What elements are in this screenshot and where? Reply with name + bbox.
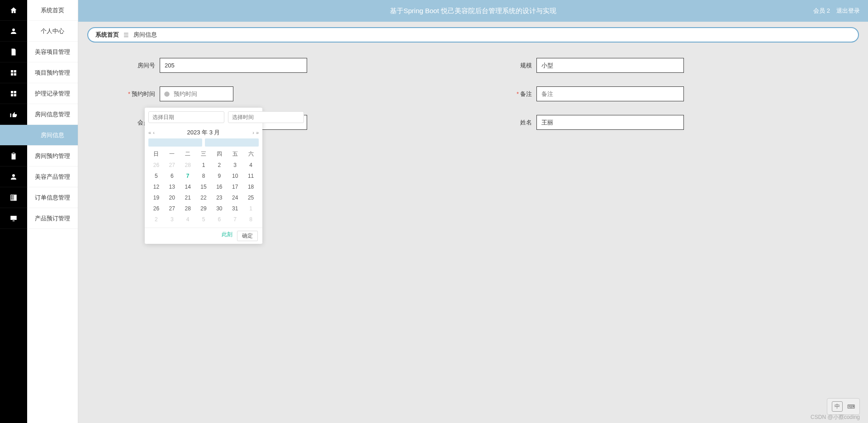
dp-weekday: 四 bbox=[211, 150, 227, 158]
input-scale[interactable] bbox=[536, 58, 684, 73]
rail-grid2-icon[interactable] bbox=[0, 83, 27, 104]
rail-home-icon[interactable] bbox=[0, 0, 27, 21]
dp-day[interactable]: 7 bbox=[227, 214, 243, 225]
nav-order-info[interactable]: 订单信息管理 bbox=[27, 187, 78, 208]
dp-day[interactable]: 15 bbox=[196, 181, 212, 192]
rail-user-icon[interactable] bbox=[0, 21, 27, 42]
dp-day[interactable]: 11 bbox=[243, 171, 259, 181]
dp-weekday: 五 bbox=[227, 150, 243, 158]
breadcrumb: 系统首页 ☰ 房间信息 bbox=[87, 27, 859, 43]
dp-day[interactable]: 6 bbox=[164, 171, 180, 181]
dp-days: 2627281234567891011121314151617181920212… bbox=[148, 160, 259, 225]
nav-project-reserve[interactable]: 项目预约管理 bbox=[27, 62, 78, 83]
dp-ok-button[interactable]: 确定 bbox=[237, 231, 258, 241]
dp-day[interactable]: 30 bbox=[211, 203, 227, 214]
dp-day[interactable]: 22 bbox=[196, 192, 212, 203]
dp-day[interactable]: 14 bbox=[180, 181, 196, 192]
dp-day[interactable]: 17 bbox=[227, 181, 243, 192]
dp-day[interactable]: 16 bbox=[211, 181, 227, 192]
label-room-no: 房间号 bbox=[105, 62, 160, 70]
nav-room-reserve[interactable]: 房间预约管理 bbox=[27, 146, 78, 166]
input-remark[interactable] bbox=[536, 86, 684, 101]
dp-hint-1 bbox=[148, 138, 202, 147]
rail-person-icon[interactable] bbox=[0, 166, 27, 187]
input-name[interactable] bbox=[536, 115, 684, 130]
dp-prev-month-icon[interactable]: ‹ bbox=[153, 130, 155, 135]
label-name: 姓名 bbox=[482, 119, 536, 127]
nav-room-info-mgmt[interactable]: 房间信息管理 bbox=[27, 104, 78, 125]
dp-now-button[interactable]: 此刻 bbox=[222, 231, 232, 241]
dp-day[interactable]: 19 bbox=[148, 192, 164, 203]
row-room-no: 房间号 bbox=[105, 58, 464, 73]
dp-day[interactable]: 28 bbox=[180, 203, 196, 214]
dp-day[interactable]: 26 bbox=[148, 203, 164, 214]
dp-day[interactable]: 13 bbox=[164, 181, 180, 192]
dp-day[interactable]: 25 bbox=[243, 192, 259, 203]
user-label[interactable]: 会员 2 bbox=[813, 7, 830, 15]
dp-day[interactable]: 7 bbox=[180, 171, 196, 181]
dp-day[interactable]: 24 bbox=[227, 192, 243, 203]
dp-day[interactable]: 27 bbox=[164, 203, 180, 214]
dp-day[interactable]: 1 bbox=[196, 160, 212, 171]
rail-clipboard-icon[interactable] bbox=[0, 146, 27, 166]
dp-day[interactable]: 8 bbox=[243, 214, 259, 225]
dp-title: 2023 年 3 月 bbox=[187, 128, 220, 137]
dp-day[interactable]: 6 bbox=[211, 214, 227, 225]
dp-day[interactable]: 5 bbox=[196, 214, 212, 225]
input-time[interactable] bbox=[160, 86, 233, 101]
label-time: *预约时间 bbox=[105, 90, 160, 98]
dp-prev-year-icon[interactable]: « bbox=[148, 130, 151, 135]
dp-day[interactable]: 3 bbox=[164, 214, 180, 225]
dp-day[interactable]: 28 bbox=[180, 160, 196, 171]
rail-grid-icon[interactable] bbox=[0, 62, 27, 83]
dp-day[interactable]: 23 bbox=[211, 192, 227, 203]
row-time: *预约时间 bbox=[105, 86, 464, 101]
dp-day[interactable]: 4 bbox=[180, 214, 196, 225]
logout-link[interactable]: 退出登录 bbox=[836, 7, 860, 15]
dp-day[interactable]: 20 bbox=[164, 192, 180, 203]
rail-monitor-icon[interactable] bbox=[0, 208, 27, 229]
nav-product-mgmt[interactable]: 美容产品管理 bbox=[27, 166, 78, 187]
dp-day[interactable]: 3 bbox=[227, 160, 243, 171]
nav-profile[interactable]: 个人中心 bbox=[27, 21, 78, 42]
ime-lang-icon[interactable]: 中 bbox=[832, 401, 843, 412]
rail-doc-icon[interactable] bbox=[0, 42, 27, 62]
nav-room-info[interactable]: 房间信息 bbox=[27, 125, 78, 146]
dp-day[interactable]: 29 bbox=[196, 203, 212, 214]
nav-product-reserve[interactable]: 产品预订管理 bbox=[27, 208, 78, 229]
input-room-no[interactable] bbox=[160, 58, 307, 73]
breadcrumb-home[interactable]: 系统首页 bbox=[95, 31, 119, 39]
dp-day[interactable]: 1 bbox=[243, 203, 259, 214]
dp-day[interactable]: 21 bbox=[180, 192, 196, 203]
rail-table-icon[interactable] bbox=[0, 187, 27, 208]
dp-date-input[interactable] bbox=[148, 111, 224, 123]
dp-day[interactable]: 31 bbox=[227, 203, 243, 214]
dp-day[interactable]: 2 bbox=[148, 214, 164, 225]
dp-day[interactable]: 26 bbox=[148, 160, 164, 171]
rail-thumb-icon[interactable] bbox=[0, 104, 27, 125]
nav-home[interactable]: 系统首页 bbox=[27, 0, 78, 21]
dp-day[interactable]: 18 bbox=[243, 181, 259, 192]
nav-care-record[interactable]: 护理记录管理 bbox=[27, 83, 78, 104]
label-scale: 规模 bbox=[482, 62, 536, 70]
dp-day[interactable]: 9 bbox=[211, 171, 227, 181]
row-remark: *备注 bbox=[482, 86, 841, 101]
dp-time-input[interactable] bbox=[228, 111, 304, 123]
dp-day[interactable]: 12 bbox=[148, 181, 164, 192]
dp-next-year-icon[interactable]: » bbox=[256, 130, 259, 135]
dp-day[interactable]: 27 bbox=[164, 160, 180, 171]
dp-day[interactable]: 8 bbox=[196, 171, 212, 181]
row-name: 姓名 bbox=[482, 115, 841, 130]
dp-day[interactable]: 4 bbox=[243, 160, 259, 171]
label-remark: *备注 bbox=[482, 90, 536, 98]
dp-next-month-icon[interactable]: › bbox=[252, 130, 254, 135]
user-area: 会员 2 退出登录 bbox=[813, 7, 860, 15]
dp-day[interactable]: 5 bbox=[148, 171, 164, 181]
icon-rail bbox=[0, 0, 27, 423]
dp-day[interactable]: 10 bbox=[227, 171, 243, 181]
rail-active-placeholder bbox=[0, 125, 27, 146]
nav-beauty-project[interactable]: 美容项目管理 bbox=[27, 42, 78, 62]
breadcrumb-sep-icon: ☰ bbox=[123, 32, 129, 38]
dp-weekday: 日 bbox=[148, 150, 164, 158]
dp-day[interactable]: 2 bbox=[211, 160, 227, 171]
